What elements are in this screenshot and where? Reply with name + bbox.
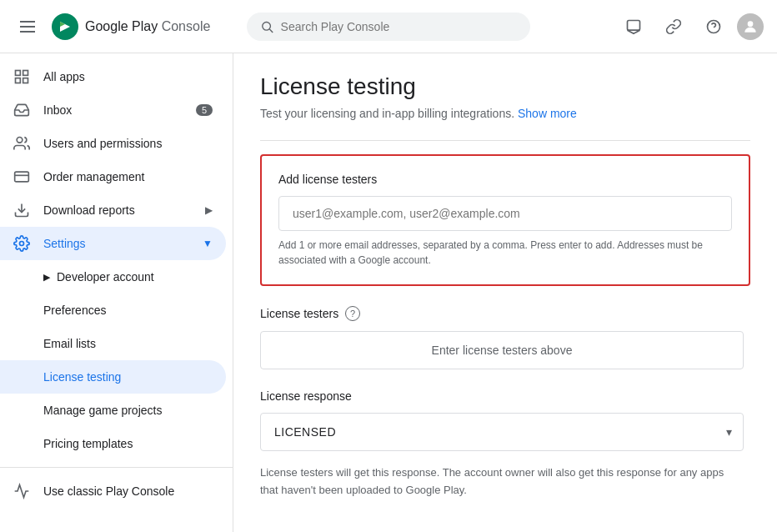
sidebar-label-all-apps: All apps [43,70,85,83]
svg-rect-8 [23,71,28,76]
nav-divider [0,467,233,468]
avatar[interactable] [737,13,764,40]
inbox-icon [13,102,30,118]
link-icon [665,18,682,35]
testers-placeholder: Enter license testers above [260,331,744,369]
link-button[interactable] [657,10,690,43]
chevron-down-icon: ▼ [203,238,213,249]
license-testers-text: License testers [260,307,338,320]
download-icon [13,202,30,218]
messages-button[interactable] [617,10,650,43]
play-console-logo [52,13,78,40]
sidebar-item-manage-game-projects[interactable]: Manage game projects [0,394,226,427]
sidebar: All apps Inbox 5 Users and per [0,53,233,532]
hamburger-button[interactable] [13,14,42,39]
chevron-right-sub-icon: ▶ [43,272,50,283]
logo-area: Google Play Console [52,13,210,40]
settings-icon [13,235,30,252]
sidebar-item-download-reports[interactable]: Download reports ▶ [0,193,226,227]
svg-point-15 [20,242,24,246]
email-input[interactable] [278,196,732,231]
add-testers-label: Add license testers [278,173,732,186]
page-title: License testing [260,73,750,100]
help-icon-button[interactable]: ? [345,306,360,321]
svg-rect-12 [15,172,29,182]
app-title: Google Play Console [85,19,210,34]
main-content: License testing Test your licensing and … [233,53,777,532]
sidebar-label-developer: Developer account [57,270,154,284]
sidebar-label-inbox: Inbox [43,103,72,117]
header-actions [617,10,764,43]
sidebar-label-users: Users and permissions [43,137,162,150]
sidebar-item-users-permissions[interactable]: Users and permissions [0,127,226,160]
chart-icon [13,483,30,499]
svg-rect-9 [16,78,21,83]
sidebar-item-pricing-templates[interactable]: Pricing templates [0,427,226,460]
sidebar-label-manage-game: Manage game projects [43,404,162,417]
app-header: Google Play Console [0,0,777,53]
help-circle-icon [705,18,722,35]
sidebar-item-inbox[interactable]: Inbox 5 [0,93,226,127]
user-icon [742,18,759,35]
input-hint: Add 1 or more email addresses, separated… [278,238,732,268]
svg-point-6 [748,21,754,27]
search-input[interactable] [281,20,517,33]
inbox-badge: 5 [196,104,213,116]
add-testers-card: Add license testers Add 1 or more email … [260,154,750,286]
sidebar-label-license-testing: License testing [43,370,121,384]
subtitle-text: Test your licensing and in-app billing i… [260,107,514,120]
response-description: License testers will get this response. … [260,464,744,499]
sidebar-item-email-lists[interactable]: Email lists [0,327,226,360]
users-icon [13,135,30,152]
grid-icon [13,68,30,85]
license-response-select-wrapper: LICENSED NOT_LICENSED LICENSED_OLD_KEY ▾ [260,413,744,451]
message-icon [625,18,642,35]
sidebar-item-license-testing[interactable]: License testing [0,360,226,394]
sidebar-label-settings: Settings [43,237,86,250]
svg-point-11 [17,138,23,143]
svg-rect-7 [16,71,21,76]
search-icon [260,19,274,34]
sidebar-item-developer-account[interactable]: ▶ Developer account [0,260,226,294]
sidebar-item-preferences[interactable]: Preferences [0,294,226,327]
sidebar-item-all-apps[interactable]: All apps [0,60,226,93]
sidebar-item-settings[interactable]: Settings ▼ [0,227,226,260]
card-icon [13,168,30,185]
main-layout: All apps Inbox 5 Users and per [0,53,777,532]
license-response-label: License response [260,389,750,403]
sidebar-label-pricing: Pricing templates [43,437,133,450]
sidebar-label-preferences: Preferences [43,304,106,317]
sidebar-label-email-lists: Email lists [43,337,96,350]
chevron-right-icon: ▶ [205,204,213,216]
sidebar-item-classic-console[interactable]: Use classic Play Console [0,474,226,508]
header-left: Google Play Console [13,13,247,40]
sidebar-item-order-management[interactable]: Order management [0,160,226,193]
svg-point-1 [263,22,271,30]
help-button[interactable] [697,10,730,43]
license-testers-label: License testers ? [260,306,750,321]
sidebar-label-download: Download reports [43,203,135,217]
svg-line-2 [269,29,273,33]
svg-rect-10 [23,78,28,83]
search-bar[interactable] [247,13,530,41]
sidebar-label-classic: Use classic Play Console [43,484,174,498]
svg-rect-3 [628,20,640,30]
license-response-select[interactable]: LICENSED NOT_LICENSED LICENSED_OLD_KEY [260,413,744,451]
sidebar-label-order: Order management [43,170,144,183]
section-divider [260,140,750,141]
page-subtitle: Test your licensing and in-app billing i… [260,107,750,120]
show-more-link[interactable]: Show more [518,107,577,120]
